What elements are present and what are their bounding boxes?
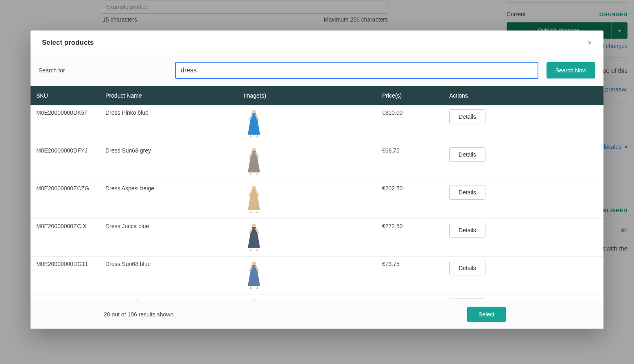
- product-image: [244, 299, 264, 300]
- cell-product-name: Dress Aspesi beige: [100, 181, 238, 219]
- cell-sku: M0E20000000ECZG: [31, 181, 100, 219]
- cell-price: €202.50: [376, 294, 444, 300]
- table-row[interactable]: M0E20000000ECIX Dress Jucca blue €272.50…: [31, 219, 603, 257]
- cell-sku: M0E20000000ECZ3: [31, 294, 100, 300]
- details-button[interactable]: Details: [449, 185, 485, 200]
- cell-price: €68.75: [376, 143, 444, 181]
- cell-sku: M0E20000000DFYJ: [31, 143, 100, 181]
- results-count-text: 20 out of 106 results shown: [104, 311, 173, 318]
- cell-product-name: Dress Aspesi rose: [100, 294, 238, 300]
- results-table-scroll[interactable]: SKU Product Name Image(s) Price(s) Actio…: [31, 86, 603, 300]
- select-products-modal: Select products × Search for Search Now …: [31, 31, 603, 329]
- details-button[interactable]: Details: [449, 299, 485, 300]
- close-icon[interactable]: ×: [587, 39, 592, 47]
- product-image: [244, 223, 264, 251]
- modal-title: Select products: [42, 39, 94, 47]
- cell-price: €272.50: [376, 219, 444, 257]
- cell-product-name: Dress Sun68 blue: [100, 257, 238, 294]
- col-header-price: Price(s): [376, 86, 444, 105]
- products-table: SKU Product Name Image(s) Price(s) Actio…: [31, 86, 603, 300]
- details-button[interactable]: Details: [449, 109, 485, 124]
- product-image: [244, 261, 264, 289]
- cell-sku: M0E20000000ECIX: [31, 219, 100, 257]
- search-for-label: Search for: [39, 67, 167, 74]
- search-now-button[interactable]: Search Now: [547, 62, 595, 78]
- cell-price: €310.00: [376, 105, 444, 143]
- product-image: [244, 147, 264, 176]
- cell-sku: M0E20000000DG11: [31, 257, 100, 294]
- table-row[interactable]: M0E20000000ECZG Dress Aspesi beige €202.…: [31, 181, 603, 219]
- col-header-image: Image(s): [238, 86, 376, 105]
- details-button[interactable]: Details: [449, 223, 485, 238]
- search-input[interactable]: [175, 62, 538, 79]
- cell-sku: M0E20000000DK5F: [31, 105, 100, 143]
- cell-product-name: Dress Pinko blue: [100, 105, 238, 143]
- col-header-name: Product Name: [100, 86, 238, 105]
- cell-product-name: Dress Jucca blue: [100, 219, 238, 257]
- svg-point-5: [252, 299, 256, 300]
- product-image: [244, 185, 264, 214]
- table-row[interactable]: M0E20000000DK5F Dress Pinko blue €310.00…: [31, 105, 603, 143]
- product-image: [244, 109, 264, 138]
- table-row[interactable]: M0E20000000DG11 Dress Sun68 blue €73.75 …: [31, 257, 603, 294]
- table-row[interactable]: M0E20000000DFYJ Dress Sun68 grey €68.75 …: [31, 143, 603, 181]
- table-row[interactable]: M0E20000000ECZ3 Dress Aspesi rose €202.5…: [31, 294, 603, 300]
- cell-price: €73.75: [376, 257, 444, 294]
- cell-price: €202.50: [376, 181, 444, 219]
- cell-product-name: Dress Sun68 grey: [100, 143, 238, 181]
- col-header-sku: SKU: [31, 86, 100, 105]
- col-header-actions: Actions: [444, 86, 603, 105]
- details-button[interactable]: Details: [449, 147, 485, 162]
- details-button[interactable]: Details: [449, 261, 485, 275]
- select-button[interactable]: Select: [467, 307, 506, 322]
